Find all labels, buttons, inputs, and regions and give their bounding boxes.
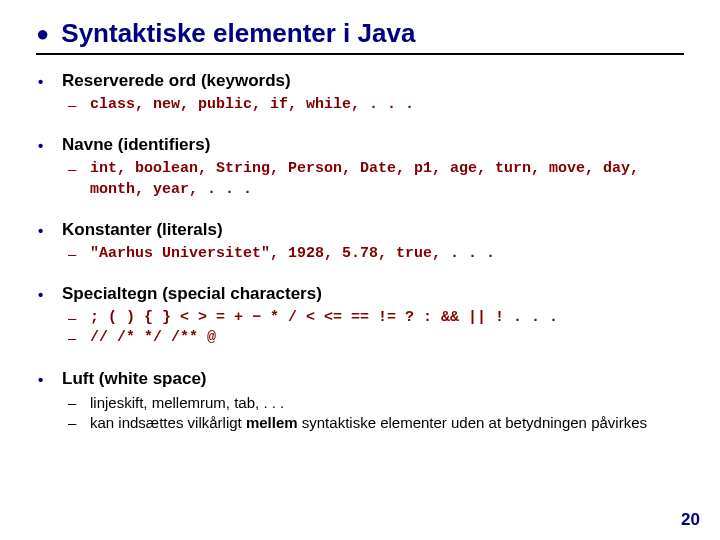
section-keywords: • Reserverede ord (keywords) – class, ne… bbox=[36, 71, 684, 115]
bullet-icon: • bbox=[38, 135, 52, 157]
section-heading: • Specialtegn (special characters) bbox=[38, 284, 684, 306]
section-heading: • Konstanter (literals) bbox=[38, 220, 684, 242]
section-heading: • Navne (identifiers) bbox=[38, 135, 684, 157]
list-item: – // /* */ /** @ bbox=[68, 328, 684, 348]
dash-icon: – bbox=[68, 413, 80, 433]
section-literals: • Konstanter (literals) – "Aarhus Univer… bbox=[36, 220, 684, 264]
section-identifiers: • Navne (identifiers) – int, boolean, St… bbox=[36, 135, 684, 200]
dash-icon: – bbox=[68, 244, 80, 264]
list-item: – linjeskift, mellemrum, tab, . . . bbox=[68, 393, 684, 413]
dash-icon: – bbox=[68, 328, 80, 348]
dash-icon: – bbox=[68, 308, 80, 328]
section-heading-text: Luft (white space) bbox=[62, 369, 207, 389]
list-item-text: // /* */ /** @ bbox=[90, 328, 684, 348]
list-item: – class, new, public, if, while, . . . bbox=[68, 95, 684, 115]
section-heading: • Luft (white space) bbox=[38, 369, 684, 391]
bullet-icon: • bbox=[38, 220, 52, 242]
section-special-characters: • Specialtegn (special characters) – ; (… bbox=[36, 284, 684, 349]
section-whitespace: • Luft (white space) – linjeskift, melle… bbox=[36, 369, 684, 434]
bullet-icon: • bbox=[38, 284, 52, 306]
section-heading-text: Navne (identifiers) bbox=[62, 135, 210, 155]
dash-icon: – bbox=[68, 95, 80, 115]
list-item-text: int, boolean, String, Person, Date, p1, … bbox=[90, 159, 684, 200]
bullet-icon: • bbox=[38, 369, 52, 391]
list-item: – "Aarhus Universitet", 1928, 5.78, true… bbox=[68, 244, 684, 264]
section-heading: • Reserverede ord (keywords) bbox=[38, 71, 684, 93]
slide-title-row: ● Syntaktiske elementer i Java bbox=[36, 18, 684, 55]
page-number: 20 bbox=[681, 510, 700, 530]
list-item-text: "Aarhus Universitet", 1928, 5.78, true, … bbox=[90, 244, 684, 264]
list-item-text: ; ( ) { } < > = + − * / < <= == != ? : &… bbox=[90, 308, 684, 328]
list-item-text: class, new, public, if, while, . . . bbox=[90, 95, 684, 115]
dash-icon: – bbox=[68, 159, 80, 179]
list-item-text: linjeskift, mellemrum, tab, . . . bbox=[90, 393, 684, 413]
list-item: – int, boolean, String, Person, Date, p1… bbox=[68, 159, 684, 200]
section-heading-text: Reserverede ord (keywords) bbox=[62, 71, 291, 91]
section-heading-text: Specialtegn (special characters) bbox=[62, 284, 322, 304]
slide: ● Syntaktiske elementer i Java • Reserve… bbox=[0, 0, 720, 540]
list-item-text: kan indsættes vilkårligt mellem syntakti… bbox=[90, 413, 684, 433]
list-item: – ; ( ) { } < > = + − * / < <= == != ? :… bbox=[68, 308, 684, 328]
list-item: – kan indsættes vilkårligt mellem syntak… bbox=[68, 413, 684, 433]
dash-icon: – bbox=[68, 393, 80, 413]
bullet-icon: • bbox=[38, 71, 52, 93]
title-bullet-icon: ● bbox=[36, 23, 49, 45]
section-heading-text: Konstanter (literals) bbox=[62, 220, 223, 240]
slide-title: Syntaktiske elementer i Java bbox=[61, 18, 415, 49]
